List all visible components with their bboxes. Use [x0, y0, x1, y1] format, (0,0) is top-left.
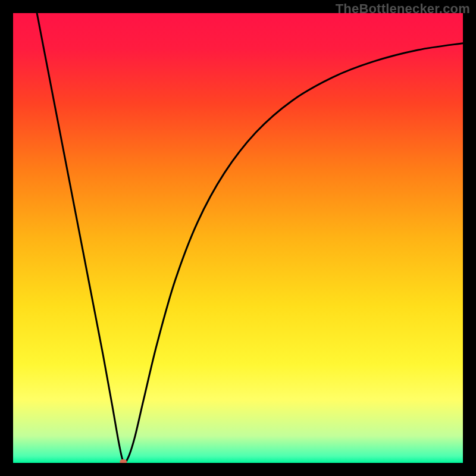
chart-plot: [13, 13, 463, 463]
chart-frame: TheBottlenecker.com: [0, 0, 476, 476]
